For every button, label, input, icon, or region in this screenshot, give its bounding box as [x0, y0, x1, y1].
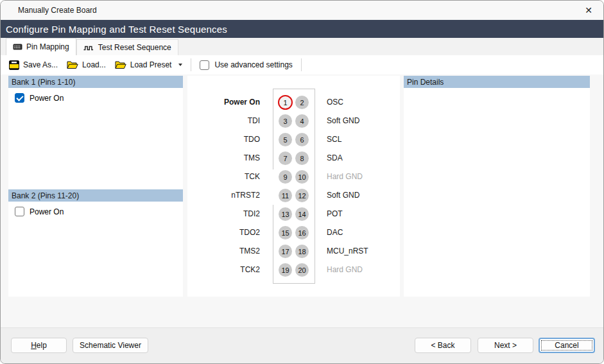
pin-grid-icon [13, 44, 22, 50]
wizard-step-title: Configure Pin Mapping and Test Reset Seq… [6, 24, 227, 35]
pin-2[interactable]: 2 [295, 96, 309, 109]
pin-18[interactable]: 18 [295, 245, 309, 258]
pin-left-labels: Power OnTDITDOTMSTCKnTRST2TDI2TDO2TMS2TC… [187, 89, 273, 279]
save-as-label: Save As... [23, 60, 58, 69]
pin-row-label-left: TDI2 [187, 205, 273, 223]
footer-bar: Help Schematic Viewer < Back Next > Canc… [1, 327, 603, 363]
use-advanced-settings-checkbox[interactable]: Use advanced settings [195, 58, 297, 73]
bank2-body: Power On [8, 202, 183, 297]
pin-row-label-left: nTRST2 [187, 186, 273, 205]
pin-details-title: Pin Details [407, 78, 444, 87]
pin-row-label-right: Soft GND [315, 112, 368, 130]
pin-16[interactable]: 16 [295, 226, 309, 239]
pin-row-label-right: SCL [315, 130, 368, 149]
pin-row: 34 [279, 112, 309, 130]
chevron-down-icon [178, 64, 182, 66]
checkbox-icon [200, 60, 209, 70]
toolbar: Save As... Load... Load Preset Use advan… [1, 55, 603, 74]
toolbar-separator [191, 58, 191, 71]
pin-connector-diagram: Power OnTDITDOTMSTCKnTRST2TDI2TDO2TMS2TC… [187, 89, 368, 284]
pin-5[interactable]: 5 [279, 133, 292, 146]
pin-row-label-left: TMS [187, 149, 273, 168]
pin-14[interactable]: 14 [295, 207, 309, 221]
pin-row-label-left: TDO [187, 130, 273, 149]
banks-panel: Bank 1 (Pins 1-10) Power On Bank 2 (Pins… [8, 76, 183, 297]
pin-row: 78 [279, 149, 309, 168]
pin-4[interactable]: 4 [295, 114, 309, 128]
tab-label: Test Reset Sequence [98, 43, 171, 52]
pin-row-label-left: TCK2 [187, 261, 273, 279]
save-icon [9, 60, 19, 70]
pin-row-label-right: POT [315, 205, 368, 223]
open-folder-icon [115, 60, 126, 69]
bank1-header: Bank 1 (Pins 1-10) [8, 76, 183, 88]
pin-details-body [404, 88, 590, 297]
bank1-body: Power On [8, 88, 183, 189]
pin-row: 1920 [279, 261, 309, 279]
close-button[interactable]: ✕ [574, 1, 603, 20]
pin-details-panel: Pin Details [404, 76, 590, 297]
schematic-viewer-button[interactable]: Schematic Viewer [73, 338, 148, 353]
next-button[interactable]: Next > [478, 338, 533, 353]
open-folder-icon [67, 60, 78, 69]
load-preset-label: Load Preset [130, 60, 172, 69]
pin-row-label-right: SDA [315, 149, 368, 168]
pin-11[interactable]: 11 [279, 189, 292, 202]
back-button[interactable]: < Back [415, 338, 471, 353]
pin-row-label-left: TDI [187, 112, 273, 130]
pin-10[interactable]: 10 [295, 170, 309, 184]
load-button[interactable]: Load... [62, 58, 110, 72]
bank1-title: Bank 1 (Pins 1-10) [12, 78, 75, 87]
pin-20[interactable]: 20 [295, 263, 309, 277]
pin-row-label-right: Hard GND [315, 261, 368, 279]
pin-15[interactable]: 15 [279, 226, 292, 239]
pin-8[interactable]: 8 [295, 152, 309, 165]
window-title: Manually Create Board [1, 6, 574, 15]
load-preset-button[interactable]: Load Preset [110, 58, 187, 72]
pin-7[interactable]: 7 [279, 152, 292, 165]
pin-mapping-content: Bank 1 (Pins 1-10) Power On Bank 2 (Pins… [1, 74, 603, 327]
pin-12[interactable]: 12 [295, 189, 309, 202]
bank1-power-on-checkbox[interactable]: Power On [8, 88, 183, 103]
pin-13[interactable]: 13 [279, 207, 292, 221]
close-icon: ✕ [585, 5, 592, 15]
checkbox-icon [15, 93, 24, 103]
help-button[interactable]: Help [11, 338, 67, 353]
pin-row-label-left: TDO2 [187, 223, 273, 242]
pin-row: 1718 [279, 242, 309, 261]
pin-row-label-left: Power On [187, 93, 273, 112]
pin-right-labels: OSCSoft GNDSCLSDAHard GNDSoft GNDPOTDACM… [315, 89, 368, 279]
tab-label: Pin Mapping [26, 42, 69, 51]
pin-details-header: Pin Details [404, 76, 590, 88]
pin-row: 1314 [279, 205, 309, 223]
bank2-header: Bank 2 (Pins 11-20) [8, 189, 183, 202]
pin-row: 1516 [279, 223, 309, 242]
wizard-step-header: Configure Pin Mapping and Test Reset Seq… [1, 20, 603, 38]
cancel-button[interactable]: Cancel [539, 338, 595, 353]
pin-9[interactable]: 9 [279, 170, 292, 184]
bank2-power-on-checkbox[interactable]: Power On [8, 202, 183, 216]
connector-outline: 1234567891011121314151617181920 [273, 89, 315, 284]
pin-17[interactable]: 17 [279, 245, 292, 258]
toolbar-separator [301, 58, 302, 71]
pin-1[interactable]: 1 [278, 95, 293, 110]
pin-row: 910 [279, 168, 309, 186]
title-bar: Manually Create Board ✕ [1, 1, 603, 20]
pin-3[interactable]: 3 [279, 114, 292, 128]
tab-test-reset-sequence[interactable]: Test Reset Sequence [76, 39, 178, 55]
pin-row-label-left: TCK [187, 168, 273, 186]
pin-row-label-right: OSC [315, 93, 368, 112]
pin-row: 1112 [279, 186, 309, 205]
connector-panel: Power OnTDITDOTMSTCKnTRST2TDI2TDO2TMS2TC… [187, 76, 400, 297]
manually-create-board-dialog: Manually Create Board ✕ Configure Pin Ma… [0, 0, 604, 364]
waveform-icon [83, 44, 94, 51]
pin-row-label-right: Hard GND [315, 168, 368, 186]
pin-19[interactable]: 19 [279, 263, 292, 277]
pin-row: 12 [279, 93, 309, 112]
pin-row-label-left: TMS2 [187, 242, 273, 261]
pin-6[interactable]: 6 [295, 133, 309, 146]
bank2-power-on-label: Power On [30, 207, 64, 216]
tab-pin-mapping[interactable]: Pin Mapping [6, 38, 76, 55]
save-as-button[interactable]: Save As... [4, 58, 62, 73]
use-advanced-settings-label: Use advanced settings [214, 60, 292, 69]
